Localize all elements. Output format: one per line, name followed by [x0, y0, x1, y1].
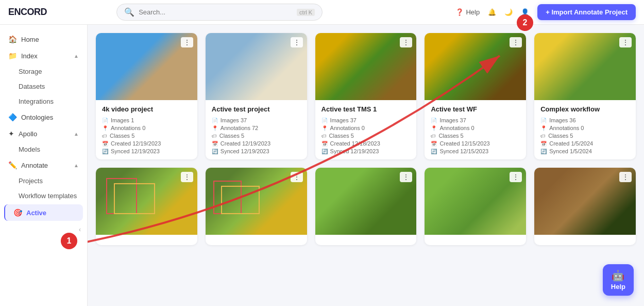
- card-body-complex-workflow: Complex workflow 📄Images 36 📍Annotations…: [534, 100, 636, 159]
- file-icon4: 📄: [431, 118, 437, 123]
- project-grid-row1: ⋮ 4k video project 📄Images 1 📍Annotation…: [96, 33, 636, 159]
- sidebar-item-annotate[interactable]: ✏️ Annotate ▲: [0, 157, 87, 173]
- help-fab-button[interactable]: 🤖 Help: [603, 264, 634, 296]
- user-button[interactable]: 👤: [521, 8, 529, 16]
- calendar-icon3: 📅: [321, 141, 328, 147]
- apollo-chevron-icon: ▲: [74, 131, 79, 137]
- card-menu-r2c4[interactable]: ⋮: [510, 172, 522, 182]
- user-icon: 👤: [521, 8, 529, 16]
- project-card-complex-workflow[interactable]: ⋮ Complex workflow 📄Images 36 📍Annotatio…: [534, 33, 636, 159]
- help-circle-icon: ❓: [455, 8, 464, 16]
- card-body-r2c5: [534, 235, 636, 245]
- annotate-label: Annotate: [21, 162, 48, 169]
- card-image-complex-workflow: ⋮: [534, 33, 636, 100]
- import-annotate-button[interactable]: + Import Annotate Project: [537, 4, 636, 20]
- sidebar-item-home[interactable]: 🏠 Home: [0, 31, 87, 47]
- card-menu-tms1[interactable]: ⋮: [400, 37, 412, 47]
- sidebar-item-index[interactable]: 📁 Index ▲: [0, 47, 87, 64]
- header-actions: ❓ Help 🔔 🌙 👤 + Import Annotate Project: [455, 4, 636, 20]
- search-icon: 🔍: [124, 7, 134, 17]
- project-grid-row2: ⋮ ⋮ ⋮: [96, 168, 636, 245]
- project-card-r2c2[interactable]: ⋮: [206, 168, 307, 245]
- sidebar-item-datasets[interactable]: Datasets: [0, 79, 87, 94]
- annotation-icon2: 📍: [212, 125, 218, 131]
- card-menu-4k-video[interactable]: ⋮: [181, 37, 193, 47]
- annotation-icon4: 📍: [431, 125, 437, 131]
- models-label: Models: [19, 146, 40, 153]
- project-card-r2c1[interactable]: ⋮: [96, 168, 197, 245]
- sidebar-item-index-label: Index: [21, 52, 38, 60]
- storage-label: Storage: [19, 68, 42, 75]
- project-card-r2c3[interactable]: ⋮: [315, 168, 417, 245]
- card-menu-r2c1[interactable]: ⋮: [181, 172, 193, 182]
- classes-icon2: 🏷: [212, 133, 217, 139]
- project-card-tms1[interactable]: ⋮ Active test TMS 1 📄Images 37 📍Annotati…: [315, 33, 417, 159]
- calendar-icon4: 📅: [431, 141, 437, 147]
- card-menu-r2c2[interactable]: ⋮: [291, 172, 303, 182]
- sidebar-item-apollo[interactable]: ✦ Apollo ▲: [0, 125, 87, 142]
- project-card-active-test[interactable]: ⋮ Active test project 📄Images 37 📍Annota…: [206, 33, 307, 159]
- card-image-r2c1: ⋮: [96, 168, 197, 235]
- annotation-icon5: 📍: [540, 125, 547, 131]
- calendar-icon: 📅: [102, 141, 108, 147]
- card-menu-complex-workflow[interactable]: ⋮: [619, 37, 632, 47]
- card-body-active-test: Active test project 📄Images 37 📍Annotati…: [206, 100, 307, 159]
- sidebar-item-workflow-templates[interactable]: Workflow templates: [0, 188, 87, 203]
- home-icon: 🏠: [8, 35, 17, 43]
- help-fab-icon: 🤖: [612, 269, 624, 282]
- card-meta-wf: 📄Images 37 📍Annotations 0 🏷Classes 5 📅Cr…: [431, 117, 520, 154]
- app-logo: ENCORD: [8, 7, 47, 18]
- project-card-wf[interactable]: ⋮ Active test WF 📄Images 37 📍Annotations…: [425, 33, 526, 159]
- workflow-templates-label: Workflow templates: [19, 192, 77, 200]
- search-bar[interactable]: 🔍 ctrl K: [116, 4, 323, 21]
- theme-button[interactable]: 🌙: [504, 8, 513, 16]
- sync-icon5: 🔄: [540, 149, 547, 154]
- card-body-r2c4: [425, 235, 526, 245]
- card-image-r2c2: ⋮: [206, 168, 307, 235]
- card-body-tms1: Active test TMS 1 📄Images 37 📍Annotation…: [315, 100, 417, 159]
- card-menu-wf[interactable]: ⋮: [510, 37, 522, 47]
- index-chevron-icon: ▲: [74, 53, 79, 59]
- card-title-wf: Active test WF: [431, 105, 520, 113]
- calendar-icon5: 📅: [540, 141, 547, 147]
- project-card-4k-video[interactable]: ⋮ 4k video project 📄Images 1 📍Annotation…: [96, 33, 197, 159]
- card-title-complex-workflow: Complex workflow: [540, 105, 630, 113]
- card-meta-complex-workflow: 📄Images 36 📍Annotations 0 🏷Classes 5 📅Cr…: [540, 117, 630, 154]
- card-title-tms1: Active test TMS 1: [321, 105, 411, 113]
- card-image-r2c4: ⋮: [425, 168, 526, 235]
- card-image-r2c3: ⋮: [315, 168, 417, 235]
- sidebar-item-models[interactable]: Models: [0, 142, 87, 157]
- annotate-chevron-icon: ▲: [74, 163, 79, 168]
- card-image-tms1: ⋮: [315, 33, 417, 100]
- notifications-button[interactable]: 🔔: [488, 8, 496, 16]
- project-card-r2c5[interactable]: ⋮: [534, 168, 636, 245]
- card-title-active-test: Active test project: [212, 105, 301, 113]
- card-title-4k-video: 4k video project: [102, 105, 191, 113]
- sidebar-collapse-button[interactable]: ‹: [0, 222, 87, 237]
- ontologies-label: Ontologies: [21, 114, 53, 121]
- search-input[interactable]: [139, 8, 293, 16]
- file-icon2: 📄: [212, 118, 218, 123]
- card-image-4k-video: ⋮: [96, 33, 197, 100]
- sidebar-item-storage[interactable]: Storage: [0, 64, 87, 79]
- card-menu-active-test[interactable]: ⋮: [291, 37, 303, 47]
- sidebar-item-projects[interactable]: Projects: [0, 173, 87, 188]
- sidebar-item-ontologies[interactable]: 🔷 Ontologies: [0, 109, 87, 125]
- card-body-r2c3: [315, 235, 417, 245]
- card-menu-r2c3[interactable]: ⋮: [400, 172, 412, 182]
- main-layout: 🏠 Home 📁 Index ▲ Storage Datasets Integr…: [0, 25, 644, 306]
- card-meta-4k-video: 📄Images 1 📍Annotations 0 🏷Classes 5 📅Cre…: [102, 117, 191, 154]
- card-image-active-test: ⋮: [206, 33, 307, 100]
- file-icon5: 📄: [540, 118, 547, 123]
- classes-icon3: 🏷: [321, 133, 327, 139]
- sidebar-item-integrations[interactable]: Integrations: [0, 94, 87, 109]
- bell-icon: 🔔: [488, 8, 496, 16]
- help-button[interactable]: ❓ Help: [455, 8, 480, 16]
- app-header: ENCORD 🔍 ctrl K ❓ Help 🔔 🌙 👤 + Import An…: [0, 0, 644, 25]
- sidebar-item-active[interactable]: 🎯 Active: [4, 204, 83, 221]
- project-card-r2c4[interactable]: ⋮: [425, 168, 526, 245]
- active-label: Active: [26, 209, 46, 217]
- bbox-2: [114, 183, 155, 214]
- card-body-4k-video: 4k video project 📄Images 1 📍Annotations …: [96, 100, 197, 159]
- card-menu-r2c5[interactable]: ⋮: [619, 172, 632, 182]
